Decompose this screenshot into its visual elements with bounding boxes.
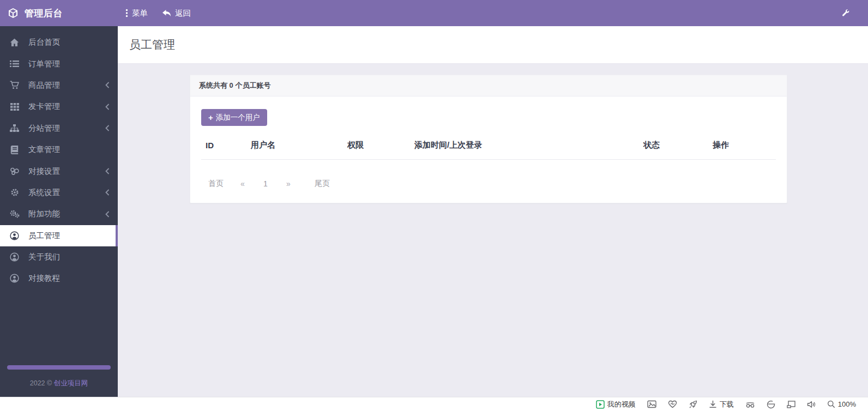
sidebar-item-api-settings[interactable]: 对接设置 (0, 160, 118, 182)
home-icon (9, 38, 20, 47)
download-label: 下载 (720, 400, 734, 409)
sidebar-item-dashboard[interactable]: 后台首页 (0, 32, 118, 53)
sidebar-item-label: 员工管理 (28, 231, 60, 241)
pagination: 首页 « 1 » 尾页 (208, 179, 776, 189)
sidebar-item-label: 对接教程 (28, 273, 60, 283)
app-title: 管理后台 (25, 7, 63, 20)
pagination-last[interactable]: 尾页 (315, 179, 337, 189)
add-user-button[interactable]: + 添加一个用户 (201, 109, 267, 126)
rocket-icon (689, 400, 697, 409)
zoom-control[interactable]: 100% (827, 400, 856, 408)
player-toolbar: 我的视频 下载 (0, 397, 868, 411)
col-added-lastlogin: 添加时间/上次登录 (410, 132, 639, 159)
sidebar-item-articles[interactable]: 文章管理 (0, 139, 118, 160)
vertical-ellipsis-icon (125, 9, 128, 17)
footer-accent-bar (7, 365, 111, 370)
sidebar-item-employees[interactable]: 员工管理 (0, 225, 118, 246)
picture-icon (647, 400, 656, 408)
sidebar-item-orders[interactable]: 订单管理 (0, 53, 118, 74)
employees-card: 系统共有 0 个员工账号 + 添加一个用户 ID 用户名 权限 添加时间/上次登… (190, 75, 787, 203)
sidebar-item-substations[interactable]: 分站管理 (0, 118, 118, 139)
sidebar: 后台首页 订单管理 商品管理 发卡管理 分站管理 (0, 26, 118, 397)
magnifier-icon (827, 400, 835, 408)
sidebar-item-addons[interactable]: 附加功能 (0, 203, 118, 225)
col-status: 状态 (639, 132, 708, 159)
health-mode-button[interactable] (668, 400, 677, 408)
speaker-icon (807, 401, 816, 408)
menu-button[interactable]: 菜单 (125, 8, 148, 19)
speedup-button[interactable] (689, 400, 697, 409)
sidebar-item-label: 商品管理 (28, 80, 60, 90)
privacy-mode-button[interactable] (745, 401, 755, 408)
browser-button[interactable] (767, 400, 775, 409)
sidebar-item-label: 附加功能 (28, 209, 60, 219)
topbar-right (841, 9, 868, 17)
sidebar-item-label: 后台首页 (28, 37, 60, 47)
pagination-prev[interactable]: « (240, 179, 263, 188)
zoom-level-label: 100% (838, 400, 856, 408)
chevron-left-icon (105, 104, 110, 110)
sidebar-item-label: 发卡管理 (28, 101, 60, 112)
sidebar-item-about[interactable]: 关于我们 (0, 246, 118, 268)
chevron-left-icon (105, 125, 110, 131)
book-icon (9, 146, 20, 154)
chevron-left-icon (105, 189, 110, 196)
brand: 管理后台 (0, 7, 118, 20)
reply-arrow-icon (162, 9, 171, 17)
copyright-text: 2022 © 创业项目网 (0, 379, 118, 388)
col-actions: 操作 (708, 132, 776, 159)
my-videos-label: 我的视频 (607, 400, 636, 409)
cube-logo-icon (8, 8, 19, 19)
sidebar-item-label: 系统设置 (28, 188, 60, 198)
copyright-link[interactable]: 创业项目网 (54, 379, 88, 387)
col-id: ID (201, 132, 246, 159)
pagination-first[interactable]: 首页 (208, 179, 240, 189)
volume-button[interactable] (807, 401, 816, 408)
chevron-left-icon (105, 211, 110, 217)
user-circle-icon (9, 252, 20, 262)
mini-window-button[interactable] (787, 401, 795, 408)
chevron-left-icon (105, 82, 110, 88)
user-circle-icon (9, 274, 20, 283)
page-title: 员工管理 (129, 37, 175, 52)
sidebar-footer: 2022 © 创业项目网 (0, 365, 118, 397)
col-permissions: 权限 (343, 132, 410, 159)
sidebar-item-label: 分站管理 (28, 123, 60, 134)
sidebar-item-products[interactable]: 商品管理 (0, 75, 118, 96)
download-icon (709, 400, 717, 408)
my-videos-button[interactable]: 我的视频 (596, 400, 636, 409)
wrench-icon[interactable] (841, 9, 849, 17)
col-username: 用户名 (246, 132, 343, 159)
page-header: 员工管理 (118, 26, 868, 64)
sidebar-item-tutorial[interactable]: 对接教程 (0, 268, 118, 289)
sidebar-item-cards[interactable]: 发卡管理 (0, 96, 118, 117)
sidebar-item-system-settings[interactable]: 系统设置 (0, 182, 118, 203)
topbar: 管理后台 菜单 返回 (0, 0, 868, 26)
sidebar-item-label: 对接设置 (28, 166, 60, 177)
list-icon (9, 60, 20, 68)
pagination-next[interactable]: » (286, 179, 315, 188)
back-label: 返回 (175, 8, 191, 19)
download-button[interactable]: 下载 (709, 400, 734, 409)
heart-pulse-icon (668, 400, 677, 408)
screenshot-button[interactable] (647, 400, 656, 408)
sidebar-item-label: 订单管理 (28, 59, 60, 69)
user-circle-icon (9, 231, 20, 240)
topnav: 菜单 返回 (118, 8, 191, 19)
cluster-icon (9, 167, 20, 175)
plus-icon: + (208, 113, 213, 122)
gear-icon (9, 188, 20, 197)
pagination-page-1[interactable]: 1 (263, 179, 286, 188)
mini-window-icon (787, 401, 795, 408)
sitemap-icon (9, 124, 20, 132)
sidebar-item-label: 文章管理 (28, 144, 60, 155)
menu-label: 菜单 (132, 8, 148, 19)
gears-icon (9, 210, 20, 218)
chevron-left-icon (105, 168, 110, 174)
play-square-icon (596, 400, 605, 409)
grid-icon (9, 103, 20, 111)
back-button[interactable]: 返回 (162, 8, 191, 19)
card-header: 系统共有 0 个员工账号 (190, 75, 787, 96)
table-header-row: ID 用户名 权限 添加时间/上次登录 状态 操作 (201, 132, 776, 159)
cart-icon (9, 81, 20, 89)
